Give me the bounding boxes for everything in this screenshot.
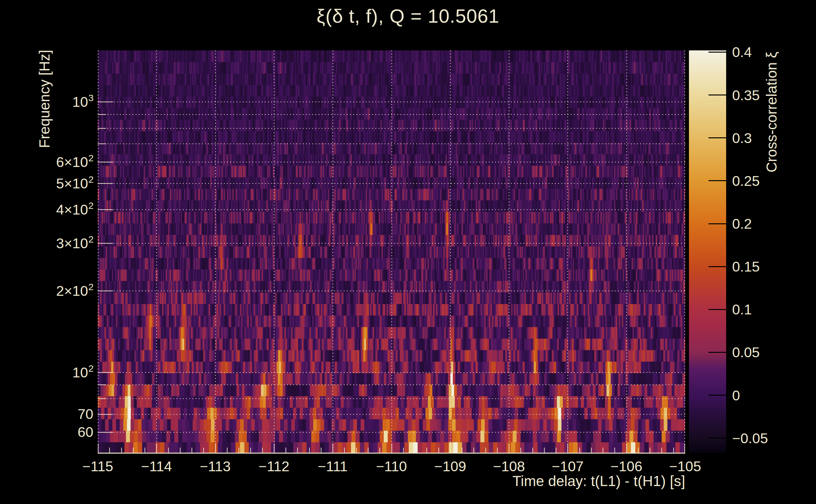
- colorbar-tick-mark: [709, 352, 726, 353]
- colorbar-tick-mark: [709, 309, 726, 310]
- y-tick-exponent: 2: [88, 153, 94, 163]
- colorbar-tick-label: 0.25: [732, 174, 760, 188]
- colorbar-tick-mark: [709, 137, 726, 138]
- colorbar-tick-mark: [709, 180, 726, 181]
- y-tick-exponent: 2: [88, 174, 94, 185]
- x-tick-label: −114: [141, 458, 172, 475]
- colorbar-tick-mark: [709, 52, 726, 53]
- x-tick-label: −111: [318, 458, 348, 475]
- plot-title: ξ(δ t, f), Q = 10.5061: [0, 5, 816, 27]
- colorbar-tick-label: 0.15: [732, 260, 760, 274]
- x-tick-label: −109: [434, 458, 466, 475]
- y-tick-label: 70: [0, 407, 93, 421]
- colorbar-tick-mark: [709, 395, 726, 396]
- colorbar-tick-label: 0.2: [732, 217, 752, 231]
- x-tick-label: −108: [493, 458, 525, 475]
- colorbar-tick-label: 0.4: [732, 45, 752, 59]
- y-tick-label: 103: [0, 94, 93, 109]
- y-tick-exponent: 2: [88, 363, 94, 374]
- y-tick-label: 102: [0, 364, 93, 380]
- y-tick-label: 4×102: [0, 202, 93, 217]
- colorbar-title: Cross-correlation ξ: [763, 52, 780, 173]
- y-tick-exponent: 2: [88, 234, 94, 244]
- x-tick-label: −112: [259, 458, 290, 475]
- y-tick-label: 6×102: [0, 154, 93, 169]
- colorbar-tick-label: 0.35: [732, 88, 760, 102]
- page: { "title": "ξ(δ t, f), Q = 10.5061", "co…: [0, 0, 816, 504]
- colorbar-tick-mark: [709, 95, 726, 95]
- y-tick-label: 5×102: [0, 175, 93, 191]
- x-tick-label: −113: [200, 458, 231, 475]
- x-axis-title: Time delay: t(L1) - t(H1) [s]: [307, 473, 685, 490]
- colorbar-tick-label: 0.05: [732, 345, 760, 359]
- heatmap-canvas: [98, 50, 685, 454]
- x-tick-label: −105: [669, 458, 701, 475]
- y-tick-label: 3×102: [0, 235, 93, 250]
- colorbar-tick-label: 0.3: [732, 131, 752, 145]
- colorbar-gradient: [689, 50, 726, 453]
- y-tick-label: 2×102: [0, 283, 93, 298]
- x-tick-label: −110: [376, 458, 407, 475]
- colorbar-tick-mark: [709, 266, 726, 267]
- y-tick-exponent: 3: [88, 93, 94, 103]
- y-tick-exponent: 2: [88, 282, 94, 292]
- colorbar-tick-label: −0.05: [732, 431, 768, 445]
- colorbar-tick-mark: [709, 438, 726, 438]
- x-tick-label: −106: [610, 458, 642, 475]
- x-tick-label: −107: [552, 458, 583, 475]
- y-tick-exponent: 2: [88, 200, 94, 211]
- colorbar-tick-label: 0.1: [732, 302, 752, 317]
- y-tick-label: 60: [0, 425, 93, 439]
- x-tick-label: −115: [82, 458, 113, 475]
- colorbar-tick-label: 0: [732, 388, 740, 402]
- colorbar-tick-mark: [709, 223, 726, 224]
